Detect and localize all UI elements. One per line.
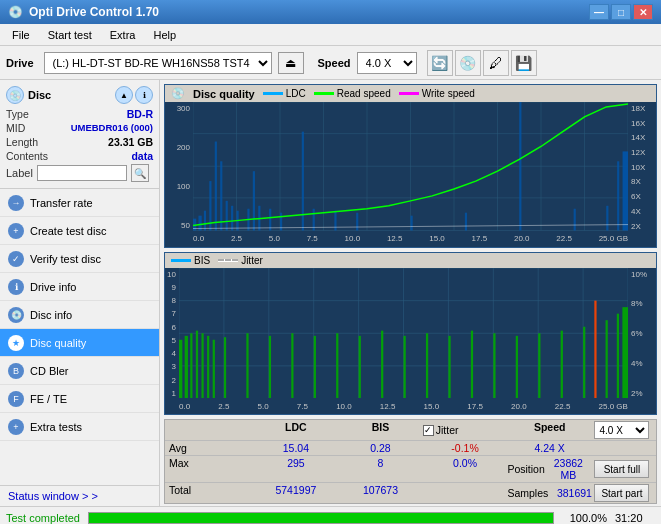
speed-avg: 4.24 X xyxy=(507,442,592,454)
chart1-panel: 💿 Disc quality LDC Read speed Write spee… xyxy=(164,84,657,248)
chart1-y-left: 300 200 100 50 xyxy=(165,104,193,231)
disc-info-icon[interactable]: ℹ xyxy=(135,86,153,104)
start-full-button[interactable]: Start full xyxy=(594,460,649,478)
x1-20: 20.0 xyxy=(514,234,530,243)
status-window-link[interactable]: Status window > > xyxy=(0,485,159,506)
start-part-button[interactable]: Start part xyxy=(594,484,649,502)
samples-row: Samples 381691 xyxy=(507,484,592,502)
eject-button[interactable]: ⏏ xyxy=(278,52,304,74)
y1-label-300: 300 xyxy=(177,104,190,113)
speed-value-select[interactable]: 4.0 X xyxy=(594,421,649,439)
sidebar-item-fe-te[interactable]: F FE / TE xyxy=(0,385,159,413)
disc-toggle-icon[interactable]: ▲ xyxy=(115,86,133,104)
menu-start-test[interactable]: Start test xyxy=(40,27,100,43)
write-speed-label: Write speed xyxy=(422,88,475,99)
sidebar-item-extra-tests[interactable]: + Extra tests xyxy=(0,413,159,441)
legend-ldc: LDC xyxy=(263,88,306,99)
sidebar-item-drive-info[interactable]: ℹ Drive info xyxy=(0,273,159,301)
samples-label: Samples xyxy=(507,487,548,499)
read-speed-label: Read speed xyxy=(337,88,391,99)
avg-spacer xyxy=(592,442,652,454)
disc-length-label: Length xyxy=(6,136,38,148)
disc-icon[interactable]: 💿 xyxy=(455,50,481,76)
bis-avg: 0.28 xyxy=(338,442,423,454)
x1-22.5: 22.5 xyxy=(556,234,572,243)
sidebar-item-create-test-disc[interactable]: + Create test disc xyxy=(0,217,159,245)
disc-panel-icon: 💿 xyxy=(6,86,24,104)
ldc-total: 5741997 xyxy=(254,484,339,502)
sidebar-item-disc-info[interactable]: 💿 Disc info xyxy=(0,301,159,329)
svg-rect-61 xyxy=(201,333,203,398)
svg-rect-59 xyxy=(190,333,192,398)
disc-label-row: Label 🔍 xyxy=(6,164,153,182)
nav-label-disc-quality: Disc quality xyxy=(30,337,86,349)
nav-label-drive-info: Drive info xyxy=(30,281,76,293)
disc-quality-title: Disc quality xyxy=(193,88,255,100)
minimize-button[interactable]: — xyxy=(589,4,609,20)
fe-te-icon: F xyxy=(8,391,24,407)
refresh-icon[interactable]: 🔄 xyxy=(427,50,453,76)
titlebar-title: 💿 Opti Drive Control 1.70 xyxy=(8,5,159,19)
speed-select[interactable]: 4.0 X xyxy=(357,52,417,74)
x1-0: 0.0 xyxy=(193,234,204,243)
extra-tests-icon: + xyxy=(8,419,24,435)
x1-17.5: 17.5 xyxy=(472,234,488,243)
save-icon[interactable]: 💾 xyxy=(511,50,537,76)
disc-label-button[interactable]: 🔍 xyxy=(131,164,149,182)
position-label: Position xyxy=(507,463,544,475)
sidebar-item-transfer-rate[interactable]: → Transfer rate xyxy=(0,189,159,217)
svg-rect-36 xyxy=(519,102,521,231)
chart1-svg xyxy=(193,102,628,231)
y1-label-200: 200 xyxy=(177,143,190,152)
x1-25: 25.0 GB xyxy=(599,234,628,243)
burn-icon[interactable]: 🖊 xyxy=(483,50,509,76)
jitter-checkbox[interactable]: ✓ xyxy=(423,425,434,436)
menu-help[interactable]: Help xyxy=(145,27,184,43)
cd-bler-icon: B xyxy=(8,363,24,379)
chart2-y-left: 10 9 8 7 6 5 4 3 2 1 xyxy=(165,270,179,399)
stats-max-row: Max 295 8 0.0% Position 23862 MB Start f… xyxy=(165,456,656,483)
sidebar-item-verify-test-disc[interactable]: ✓ Verify test disc xyxy=(0,245,159,273)
svg-rect-34 xyxy=(411,216,413,231)
svg-rect-79 xyxy=(561,330,563,398)
start-part-container: Start part xyxy=(592,484,652,502)
disc-mid-value: UMEBDR016 (000) xyxy=(71,122,153,134)
nav-label-verify-test-disc: Verify test disc xyxy=(30,253,101,265)
svg-rect-23 xyxy=(231,206,233,231)
menu-file[interactable]: File xyxy=(4,27,38,43)
menu-extra[interactable]: Extra xyxy=(102,27,144,43)
chart1-y-right: 18X 16X 14X 12X 10X 8X 6X 4X 2X xyxy=(628,104,656,231)
drive-select[interactable]: (L:) HL-DT-ST BD-RE WH16NS58 TST4 xyxy=(44,52,272,74)
svg-rect-76 xyxy=(493,333,495,398)
nav-label-fe-te: FE / TE xyxy=(30,393,67,405)
sidebar-item-disc-quality[interactable]: ★ Disc quality xyxy=(0,329,159,357)
y1r-12x: 12X xyxy=(631,148,645,157)
chart2-body: 10 9 8 7 6 5 4 3 2 1 10% 8% 6% 4% xyxy=(165,268,656,415)
position-row: Position 23862 MB xyxy=(507,457,592,481)
y1-label-100: 100 xyxy=(177,182,190,191)
svg-rect-21 xyxy=(220,161,222,230)
x1-5: 5.0 xyxy=(269,234,280,243)
ldc-max: 295 xyxy=(254,457,339,481)
svg-rect-60 xyxy=(196,330,198,398)
x1-12.5: 12.5 xyxy=(387,234,403,243)
ldc-avg: 15.04 xyxy=(254,442,339,454)
content-area: 💿 Disc quality LDC Read speed Write spee… xyxy=(160,80,661,506)
close-button[interactable]: ✕ xyxy=(633,4,653,20)
jitter-avg: -0.1% xyxy=(423,442,508,454)
nav-label-extra-tests: Extra tests xyxy=(30,421,82,433)
disc-label-input[interactable] xyxy=(37,165,127,181)
sidebar-item-cd-bler[interactable]: B CD Bler xyxy=(0,357,159,385)
svg-rect-67 xyxy=(291,333,293,398)
jitter-header-label: Jitter xyxy=(436,424,459,436)
disc-type-row: Type BD-R xyxy=(6,108,153,120)
start-full-container: Start full xyxy=(592,457,652,481)
progress-bar-container xyxy=(88,512,554,524)
maximize-button[interactable]: □ xyxy=(611,4,631,20)
y1r-8x: 8X xyxy=(631,177,641,186)
svg-rect-38 xyxy=(606,206,608,231)
svg-rect-70 xyxy=(359,335,361,398)
chart2-svg xyxy=(179,268,628,399)
status-percent: 100.0% xyxy=(562,512,607,524)
drive-label: Drive xyxy=(6,57,34,69)
